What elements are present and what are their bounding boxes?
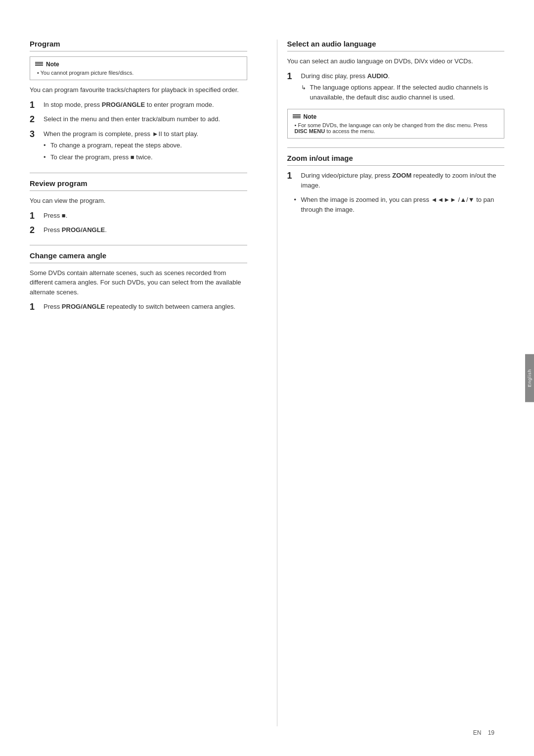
program-bullet-2: To clear the program, press ■ twice. xyxy=(44,152,247,162)
right-column: Select an audio language You can select … xyxy=(277,40,505,726)
left-column: Program Note • You cannot program pictur… xyxy=(30,40,257,726)
section-title-camera: Change camera angle xyxy=(30,251,247,263)
note-label-program: Note xyxy=(46,61,59,68)
review-step-2: 2 Press PROG/ANGLE. xyxy=(30,225,247,236)
footer-lang: EN xyxy=(473,729,482,736)
section-title-review: Review program xyxy=(30,179,247,191)
section-zoom: Zoom in/out image 1 During video/picture… xyxy=(287,154,505,214)
note-header-audio: Note xyxy=(293,113,499,120)
section-title-zoom: Zoom in/out image xyxy=(287,154,505,166)
program-body: You can program favourite tracks/chapter… xyxy=(30,85,247,95)
program-step-3-bullets: To change a program, repeat the steps ab… xyxy=(44,141,247,162)
note-text-program: • You cannot program picture files/discs… xyxy=(37,70,242,76)
program-step-2: 2 Select in the menu and then enter trac… xyxy=(30,114,247,125)
section-title-program: Program xyxy=(30,40,247,51)
camera-steps: 1 Press PROG/ANGLE repeatedly to switch … xyxy=(30,302,247,313)
divider-review xyxy=(30,173,247,173)
section-program: Program Note • You cannot program pictur… xyxy=(30,40,247,164)
audio-arrow-item: ↳ The language options appear. If the se… xyxy=(301,83,505,102)
audio-step-1: 1 During disc play, press AUDIO. ↳ The l… xyxy=(287,71,505,104)
program-bullet-1: To change a program, repeat the steps ab… xyxy=(44,141,247,150)
program-step-3: 3 When the program is complete, press ►I… xyxy=(30,129,247,164)
review-step-1: 1 Press ■. xyxy=(30,211,247,222)
program-steps: 1 In stop mode, press PROG/ANGLE to ente… xyxy=(30,100,247,164)
camera-body: Some DVDs contain alternate scenes, such… xyxy=(30,268,247,297)
note-icon-program xyxy=(35,61,43,68)
section-review-program: Review program You can view the program.… xyxy=(30,179,247,236)
section-camera-angle: Change camera angle Some DVDs contain al… xyxy=(30,251,247,313)
note-box-audio: Note • For some DVDs, the language can o… xyxy=(287,109,505,139)
review-body: You can view the program. xyxy=(30,196,247,206)
sidebar-tab: English xyxy=(525,354,534,402)
section-audio-language: Select an audio language You can select … xyxy=(287,40,505,139)
note-icon-audio xyxy=(293,113,301,120)
note-header-program: Note xyxy=(35,61,242,68)
page-container: English Program Note • You cannot progra… xyxy=(0,0,534,756)
divider-camera xyxy=(30,245,247,245)
camera-step-1: 1 Press PROG/ANGLE repeatedly to switch … xyxy=(30,302,247,313)
page-footer: EN 19 xyxy=(473,729,494,736)
note-label-audio: Note xyxy=(304,113,317,120)
section-title-audio: Select an audio language xyxy=(287,40,505,51)
audio-body: You can select an audio language on DVDs… xyxy=(287,56,505,66)
zoom-bullets: When the image is zoomed in, you can pre… xyxy=(294,195,505,214)
zoom-steps: 1 During video/picture play, press ZOOM … xyxy=(287,171,505,190)
zoom-step-1: 1 During video/picture play, press ZOOM … xyxy=(287,171,505,190)
two-col-layout: Program Note • You cannot program pictur… xyxy=(30,40,504,726)
divider-zoom xyxy=(287,147,505,148)
footer-page: 19 xyxy=(488,729,494,736)
audio-steps: 1 During disc play, press AUDIO. ↳ The l… xyxy=(287,71,505,104)
zoom-bullet-1: When the image is zoomed in, you can pre… xyxy=(294,195,505,214)
note-box-program: Note • You cannot program picture files/… xyxy=(30,56,247,80)
program-step-1: 1 In stop mode, press PROG/ANGLE to ente… xyxy=(30,100,247,111)
note-text-audio: • For some DVDs, the language can only b… xyxy=(295,122,499,134)
sidebar-label: English xyxy=(527,369,532,387)
review-steps: 1 Press ■. 2 Press PROG/ANGLE. xyxy=(30,211,247,236)
